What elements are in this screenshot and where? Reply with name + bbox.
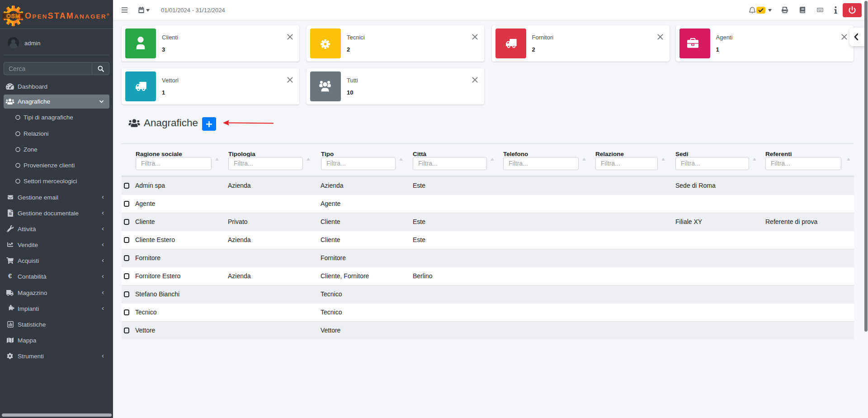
svg-text:OSM: OSM (6, 13, 20, 19)
